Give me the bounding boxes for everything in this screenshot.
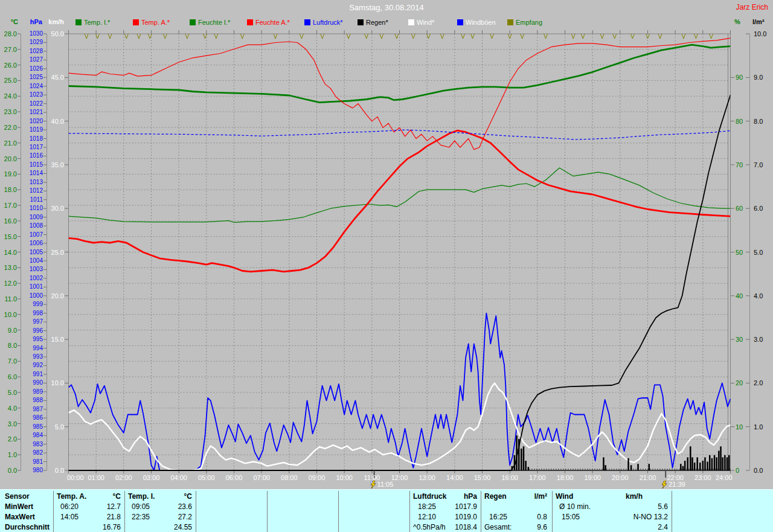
tick-label: 1003 [13,266,43,273]
tick-label: 70 [736,161,743,168]
event-flash-icon [370,481,377,489]
tick-label: 15.0 [34,336,64,343]
tick-label: 04:00 [167,474,191,481]
table-column-separator [267,491,268,532]
tick-label: 8.0 [754,118,763,125]
table-column-separator [409,491,410,532]
tick-label: 60 [736,205,743,212]
tick-label: 19:00 [580,474,605,481]
tick-label: 15:00 [470,474,495,481]
temp-a-avg-value: 16.76 [85,523,121,531]
tick-label: 1016 [13,152,43,159]
tick-label: 1024 [13,83,43,90]
tick-label: 987 [13,406,43,413]
tick-label: 981 [13,458,43,466]
table-column-separator [672,491,672,532]
event-time-label: 11:05 [377,481,394,488]
wind-avg-value: 2.4 [604,523,668,531]
temp-a-max-time: 14:05 [60,513,79,521]
col-temp-a-unit: °C [89,492,121,501]
temp-i-avg-value: 24.55 [156,523,192,531]
tick-label: 993 [13,353,43,361]
tick-label: 1021 [13,109,43,116]
event-flash-icon [661,481,668,489]
tick-label: 03:00 [140,474,164,481]
tick-label: 10 [736,423,743,431]
tick-label: 1018 [13,135,43,143]
col-rain-unit: l/m² [516,492,547,501]
temp-a-min-value: 12.7 [85,502,121,511]
tick-label: 997 [13,318,43,325]
tick-label: 90 [736,74,743,81]
wind-max-value: N-NO 13.2 [604,513,668,521]
tick-label: 14:00 [443,474,467,481]
tick-label: 988 [13,397,43,404]
tick-label: 30 [736,336,743,343]
summary-table: Sensor MinWert MaxWert Durchschnitt Temp… [0,489,773,532]
pressure-min-value: 1017.9 [438,502,477,511]
col-pressure-title: Luftdruck [413,492,446,501]
tick-label: 1014 [13,170,43,177]
tick-label: 20 [736,379,743,386]
tick-label: 1023 [13,91,43,98]
tick-label: 984 [13,432,43,439]
tick-label: 80 [736,118,743,125]
wind-avg10-label: Ø 10 min. [559,502,591,511]
tick-label: 10:00 [332,474,356,481]
tick-label: 0.0 [754,467,763,474]
tick-label: 08:00 [277,474,301,481]
tick-label: 1.0 [754,423,763,431]
event-time-label: 21:39 [669,481,685,488]
col-rain-title: Regen [484,492,507,501]
temp-i-max-time: 22:35 [132,513,150,521]
tick-label: 1026 [13,65,43,72]
tick-label: 25.0 [34,249,64,256]
tick-label: 1011 [13,196,43,204]
temp-i-max-value: 27.2 [156,513,192,521]
tick-label: 999 [13,301,43,308]
pressure-avg-value: 1018.4 [438,523,477,531]
tick-label: 996 [13,327,43,335]
tick-label: 994 [13,345,43,352]
rain-max-time: 16:25 [489,513,507,521]
tick-label: 1001 [13,283,43,290]
wind-avg10-value: 5.6 [604,502,668,511]
temp-i-min-time: 09:05 [132,502,150,511]
tick-label: 7.0 [754,161,763,168]
tick-label: 5.0 [34,423,64,431]
temp-a-max-value: 21.8 [85,513,121,521]
tick-label: 5.0 [754,249,763,256]
tick-label: 16:00 [498,474,522,481]
tick-label: 998 [13,310,43,317]
summary-row-label-max: MaxWert [5,513,35,521]
tick-label: 05:00 [194,474,219,481]
event-marker-1105: 11:05 [370,481,394,489]
col-temp-i-unit: °C [161,492,192,501]
col-temp-i-title: Temp. I. [128,492,155,501]
table-column-separator [196,491,196,532]
tick-label: 02:00 [112,474,136,481]
tick-label: 20.0 [34,292,64,300]
tick-label: 10.0 [34,379,64,386]
tick-label: 1013 [13,179,43,186]
rain-total-value: 9.6 [511,523,547,531]
tick-label: 1002 [13,275,43,282]
tick-label: 986 [13,414,43,421]
pressure-max-time: 12:10 [418,513,436,521]
tick-label: 983 [13,441,43,448]
table-column-separator [338,491,339,532]
tick-label: 18:00 [553,474,577,481]
tick-label: 07:00 [249,474,274,481]
summary-row-label-avg: Durchschnitt [5,523,50,531]
chart-plot [0,0,773,532]
tick-label: 50.0 [34,30,64,37]
rain-max-value: 0.8 [511,513,547,521]
tick-label: 4.0 [754,292,763,300]
tick-label: 9.0 [754,74,763,81]
weather-app-window: Samstag, 30.08.2014 Jarz Erich °C hPa km… [0,0,773,532]
summary-row-label-min: MinWert [5,502,33,511]
tick-label: 989 [13,388,43,396]
tick-label: 1029 [13,39,43,46]
tick-label: 20:00 [608,474,632,481]
tick-label: 0.0 [34,467,64,474]
